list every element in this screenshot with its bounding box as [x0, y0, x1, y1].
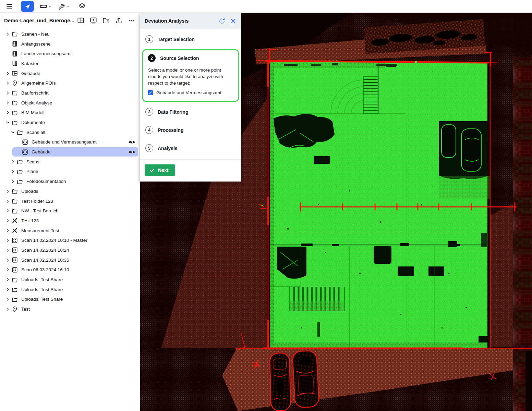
- tree-item-uploads-test-share[interactable]: Uploads: Test Share: [0, 275, 140, 285]
- refresh-icon[interactable]: [219, 18, 225, 24]
- tree-item-scan-14-02-2024-10-35[interactable]: Scan 14.02.2024 10:35: [0, 255, 140, 265]
- folder-icon: [12, 120, 21, 126]
- measure-tool-button[interactable]: [39, 1, 52, 12]
- tree-item-uploads-test-share[interactable]: Uploads: Test Share: [0, 295, 140, 304]
- tree-item-gebäude[interactable]: Gebäude: [0, 68, 140, 78]
- chevron-right-icon[interactable]: [9, 169, 17, 174]
- caret-down-icon: [66, 4, 70, 8]
- tree-item-gebäude-und-vermessungsamt[interactable]: Gebäude und Vermessungsamt: [0, 137, 140, 147]
- chevron-right-icon[interactable]: [4, 287, 12, 292]
- chevron-right-icon[interactable]: [9, 159, 17, 164]
- tree-item-scan-14-02-2024-10-10-master[interactable]: Scan 14.02.2024 10:10 - Master: [0, 235, 140, 245]
- close-icon[interactable]: [230, 18, 237, 24]
- more-options-button[interactable]: [128, 17, 135, 24]
- tree-item-anfangsszene[interactable]: Anfangsszene: [0, 39, 140, 49]
- green-speck-2: [262, 205, 263, 206]
- tree-item-label: Scans alt: [26, 130, 46, 135]
- step-processing[interactable]: 4Processing: [140, 121, 241, 139]
- tree-item-szenen-neu[interactable]: Szenen - Neu: [0, 29, 140, 39]
- layout-view-button[interactable]: [77, 17, 84, 24]
- tree-item-objekt-analyse[interactable]: Objekt Analyse: [0, 98, 140, 108]
- checkbox-checked-icon[interactable]: [148, 90, 153, 95]
- tree-item-test-123[interactable]: Test 123: [0, 216, 140, 226]
- folder-icon: [12, 296, 21, 302]
- chevron-right-icon[interactable]: [4, 71, 12, 76]
- chevron-right-icon[interactable]: [4, 80, 12, 86]
- chevron-right-icon[interactable]: [4, 90, 12, 96]
- chevron-right-icon[interactable]: [4, 218, 12, 223]
- scene-icon: [12, 51, 21, 57]
- step-number: 3: [145, 108, 153, 116]
- select-tool-button[interactable]: [21, 1, 34, 12]
- chevron-right-icon[interactable]: [4, 100, 12, 105]
- chevron-right-icon[interactable]: [4, 238, 12, 243]
- eye-icon[interactable]: [128, 150, 135, 154]
- tree-item-scans-alt[interactable]: Scans alt: [0, 127, 140, 137]
- step-number: 1: [145, 35, 153, 43]
- scan-icon: [12, 267, 21, 273]
- step-label: Processing: [158, 127, 183, 133]
- upload-button[interactable]: [115, 17, 122, 24]
- next-button[interactable]: Next: [145, 164, 175, 176]
- tree-item-measurement-test[interactable]: Measurement Test: [0, 226, 140, 236]
- chevron-right-icon[interactable]: [4, 110, 12, 115]
- tools-menu-button[interactable]: [57, 1, 70, 12]
- layers-tool-button[interactable]: [75, 1, 88, 12]
- chevron-right-icon[interactable]: [4, 228, 12, 233]
- tree-item-allgemeine-pois[interactable]: Allgemeine POIs: [0, 78, 140, 88]
- chevron-right-icon[interactable]: [4, 277, 12, 282]
- tree-item-dokumente[interactable]: Dokumente: [0, 117, 140, 127]
- tree-item-label: Scans: [26, 159, 39, 164]
- tree-item-nw-test-bereich[interactable]: NW - Test Bereich: [0, 206, 140, 216]
- step-number: 4: [145, 126, 153, 134]
- chevron-right-icon[interactable]: [4, 32, 12, 37]
- chevron-right-icon[interactable]: [4, 199, 12, 204]
- chevron-down-icon[interactable]: [4, 120, 12, 125]
- chevron-right-icon[interactable]: [4, 307, 12, 312]
- chevron-down-icon[interactable]: [9, 130, 17, 135]
- scan-icon: [12, 257, 21, 263]
- chevron-right-icon[interactable]: [4, 248, 12, 253]
- step-data-filtering[interactable]: 3Data Filtering: [140, 103, 241, 121]
- tree-item-gebäude[interactable]: Gebäude: [0, 147, 140, 157]
- folder-icon: [12, 188, 21, 194]
- tree-item-bim-modell[interactable]: BIM Modell: [0, 108, 140, 118]
- step-analysis[interactable]: 5Analysis: [140, 139, 241, 157]
- tree-item-label: Scan 14.02.2024 10:10 - Master: [21, 238, 87, 243]
- tree-item-uploads[interactable]: Uploads: [0, 186, 140, 196]
- tree-item-label: Test 123: [21, 218, 39, 223]
- tree-item-label: NW - Test Bereich: [21, 208, 59, 213]
- chevron-right-icon[interactable]: [4, 297, 12, 302]
- tree-item-scan-14-02-2024-10-24[interactable]: Scan 14.02.2024 10:24: [0, 245, 140, 255]
- chevron-right-icon[interactable]: [4, 258, 12, 263]
- add-folder-button[interactable]: [102, 17, 110, 24]
- check-icon: [149, 168, 155, 173]
- eye-icon[interactable]: [128, 140, 135, 145]
- tree-item-baufortschritt[interactable]: Baufortschritt: [0, 88, 140, 98]
- tree-item-label: Objekt Analyse: [21, 100, 52, 105]
- tree-item-kataster[interactable]: Kataster: [0, 59, 140, 68]
- tree-item-label: Pläne: [26, 169, 38, 174]
- tree-item-scan-06-03-2024-16-10[interactable]: Scan 06.03.2024 16:10: [0, 265, 140, 275]
- dark-right-corner: [525, 351, 532, 411]
- tree-item-fotodokumentation[interactable]: Fotodokumentation: [0, 176, 140, 186]
- tree-item-scans[interactable]: Scans: [0, 157, 140, 167]
- tree-item-test-folder-123[interactable]: Test Folder 123: [0, 196, 140, 206]
- step-label: Source Selection: [160, 55, 199, 61]
- tree-item-pläne[interactable]: Pläne: [0, 167, 140, 177]
- step-target-selection[interactable]: 1Target Selection: [140, 30, 241, 48]
- tree-item-landesvermessungsamt[interactable]: Landesvermessungsamt: [0, 49, 140, 59]
- chevron-right-icon[interactable]: [9, 179, 17, 184]
- chevron-right-icon[interactable]: [4, 189, 12, 194]
- chevron-right-icon[interactable]: [4, 208, 12, 213]
- source-checkbox-row[interactable]: Gebäude und Vermessungsamt: [148, 90, 233, 95]
- tree-item-uploads-test-share[interactable]: Uploads: Test Share: [0, 285, 140, 295]
- tools-wrench-icon: [58, 3, 65, 10]
- chevron-right-icon[interactable]: [4, 267, 12, 272]
- add-scene-button[interactable]: [90, 17, 97, 24]
- main-menu-button[interactable]: [3, 1, 16, 12]
- tree-item-label: BIM Modell: [21, 110, 45, 115]
- sidebar-header: Demo-Lager_und_Bueroge...: [0, 12, 140, 28]
- scene-icon: [12, 60, 21, 66]
- tree-item-test[interactable]: Test: [0, 304, 140, 314]
